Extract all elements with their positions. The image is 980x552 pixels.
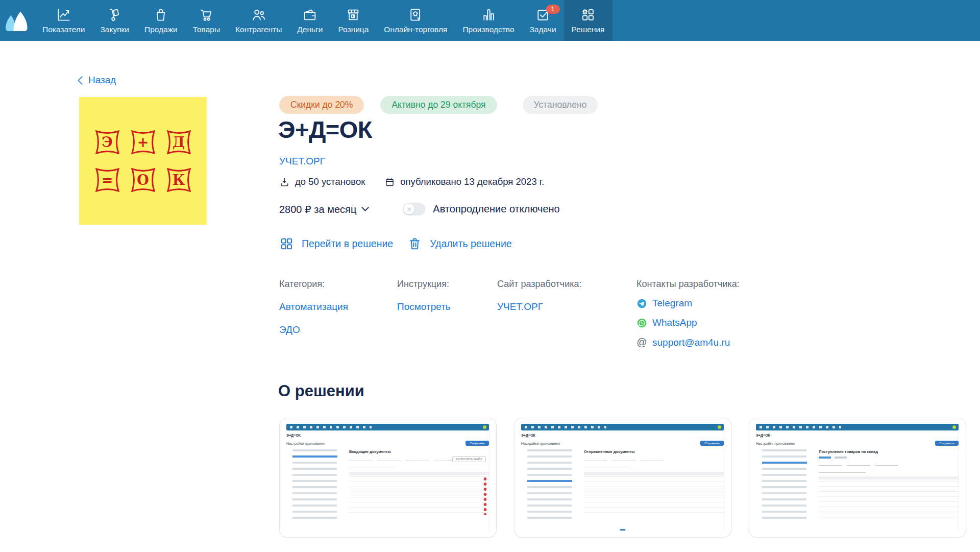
mini-topbar	[756, 424, 959, 430]
screenshot-card-1[interactable]: Э+Д=ОК Настройки приложения Сохранить Вх…	[279, 418, 497, 538]
mini-save-button: Сохранить	[700, 441, 724, 446]
installed-badge: Установлено	[523, 96, 598, 114]
hand-truck-icon	[107, 7, 122, 22]
toggle-knob: ✕	[404, 204, 414, 214]
screenshot-gallery: Э+Д=ОК Настройки приложения Сохранить Вх…	[279, 418, 966, 538]
telegram-contact-link[interactable]: Telegram	[636, 298, 740, 309]
autorenew-label: Автопродление отключено	[433, 203, 559, 215]
nav-label: Задачи	[530, 25, 556, 34]
logo-glyph: Д	[164, 128, 193, 157]
screenshot-card-3[interactable]: Э+Д=ОК Настройки приложения Сохранить По…	[749, 418, 966, 538]
instruction-column: Инструкция: Посмотреть	[397, 279, 451, 313]
logo-glyph: Э	[93, 128, 122, 157]
developer-site-column: Сайт разработчика: УЧЕТ.ОРГ	[497, 279, 582, 313]
moysklad-logo[interactable]	[3, 7, 32, 34]
open-solution-button[interactable]: Перейти в решение	[279, 236, 393, 251]
logo-glyph: +	[129, 128, 158, 157]
installs-meta: до 50 установок	[279, 176, 365, 187]
mini-table	[584, 472, 724, 515]
mini-upload-button: ЗАГРУЗИТЬ ФАЙЛ	[452, 456, 486, 462]
storefront-icon	[346, 7, 361, 22]
nav-item-online-torgovlya[interactable]: Онлайн-торговля	[376, 0, 455, 41]
delete-solution-button[interactable]: Удалить решение	[407, 236, 512, 251]
active-until-badge: Активно до 29 октября	[380, 96, 497, 114]
instruction-view-link[interactable]: Посмотреть	[397, 301, 451, 313]
publisher-link[interactable]: УЧЕТ.ОРГ	[279, 156, 325, 167]
mini-app-preview: Э+Д=ОК Настройки приложения Сохранить По…	[756, 424, 959, 532]
wallet-icon	[302, 7, 317, 22]
logo-glyph: О	[129, 165, 158, 195]
published-meta: опубликовано 13 декабря 2023 г.	[384, 176, 544, 187]
online-trade-icon	[408, 7, 423, 22]
whatsapp-icon	[636, 318, 647, 328]
line-chart-icon	[56, 7, 71, 22]
page-title: Э+Д=ОК	[278, 115, 372, 143]
nav-item-dengi[interactable]: Деньги	[289, 0, 330, 41]
price-row: 2800 ₽ за месяц ✕ Автопродление отключен…	[279, 203, 560, 215]
mini-topbar	[286, 424, 489, 430]
mini-pagination-dot	[620, 529, 625, 531]
email-contact-link[interactable]: @ support@am4u.ru	[636, 337, 740, 348]
nav-item-tovary[interactable]: Товары	[185, 0, 228, 41]
nav-item-zakupki[interactable]: Закупки	[92, 0, 137, 41]
at-icon: @	[636, 337, 647, 348]
mini-save-button: Сохранить	[465, 441, 489, 446]
status-badges: Скидки до 20% Активно до 29 октября Уста…	[279, 96, 598, 114]
meta-row: до 50 установок опубликовано 13 декабря …	[279, 176, 544, 187]
autorenew-toggle[interactable]: ✕	[403, 203, 425, 215]
category-link-automation[interactable]: Автоматизация	[279, 301, 348, 313]
nav-item-prodazhi[interactable]: Продажи	[137, 0, 185, 41]
telegram-icon	[636, 298, 647, 309]
whatsapp-contact-link[interactable]: WhatsApp	[636, 317, 740, 328]
nav-label: Товары	[193, 25, 220, 34]
mini-sidebar	[756, 449, 813, 522]
tasks-count-badge: 1	[546, 5, 560, 14]
developer-contacts-label: Контакты разработчика:	[636, 279, 740, 290]
mini-app-preview: Э+Д=ОК Настройки приложения Сохранить Вх…	[286, 424, 489, 532]
mini-save-button: Сохранить	[935, 441, 959, 446]
back-label: Назад	[88, 75, 116, 86]
people-icon	[251, 7, 266, 22]
mini-topbar	[521, 424, 724, 430]
mini-table	[349, 472, 489, 515]
nav-label: Продажи	[144, 25, 178, 34]
category-column: Категория: Автоматизация ЭДО	[279, 279, 348, 335]
price-dropdown[interactable]: 2800 ₽ за месяц	[279, 203, 369, 215]
nav-item-zadachi[interactable]: Задачи 1	[522, 0, 564, 41]
about-title: О решении	[278, 382, 364, 400]
discount-badge: Скидки до 20%	[279, 96, 364, 114]
nav-label: Розница	[338, 25, 369, 34]
nav-items: Показатели Закупки Продажи Товары	[35, 0, 612, 41]
logo-glyph: К	[164, 165, 193, 195]
back-link[interactable]: Назад	[78, 75, 116, 86]
top-nav: Показатели Закупки Продажи Товары	[0, 0, 980, 41]
download-icon	[279, 177, 290, 187]
instruction-label: Инструкция:	[397, 279, 451, 290]
mini-sidebar	[286, 449, 344, 522]
nav-label: Закупки	[100, 25, 129, 34]
mini-table	[819, 476, 959, 519]
apps-icon	[580, 7, 596, 22]
nav-item-pokazateli[interactable]: Показатели	[35, 0, 92, 41]
nav-item-kontragenty[interactable]: Контрагенты	[228, 0, 289, 41]
shopping-bag-icon	[153, 7, 168, 22]
nav-label: Деньги	[297, 25, 323, 34]
production-icon	[481, 7, 496, 22]
category-link-edo[interactable]: ЭДО	[279, 324, 348, 335]
mini-app-preview: Э+Д=ОК Настройки приложения Сохранить От…	[521, 424, 724, 532]
trash-icon	[407, 236, 422, 251]
nav-label: Контрагенты	[235, 25, 282, 34]
app-logo: Э + Д = О К	[79, 97, 207, 225]
calendar-icon	[384, 177, 395, 187]
developer-site-link[interactable]: УЧЕТ.ОРГ	[497, 301, 582, 313]
mini-sidebar	[521, 449, 578, 522]
logo-glyph: =	[93, 165, 122, 195]
nav-label: Онлайн-торговля	[384, 25, 447, 34]
nav-label: Показатели	[42, 25, 85, 34]
screenshot-card-2[interactable]: Э+Д=ОК Настройки приложения Сохранить От…	[514, 418, 731, 538]
grid-icon	[279, 236, 294, 251]
nav-item-proizvodstvo[interactable]: Производство	[455, 0, 522, 41]
nav-item-resheniya[interactable]: Решения	[564, 0, 612, 41]
cart-icon	[199, 7, 214, 22]
nav-item-roznitsa[interactable]: Розница	[330, 0, 376, 41]
